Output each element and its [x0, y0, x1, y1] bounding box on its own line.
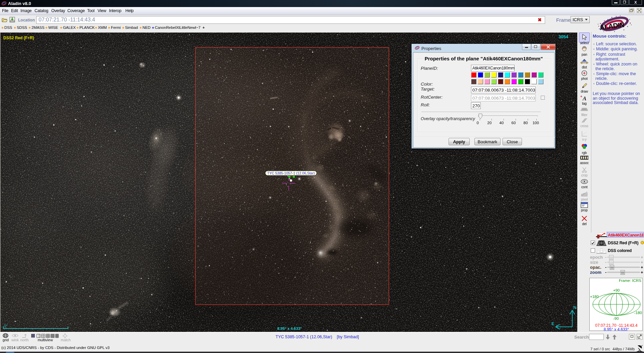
svg-text:+90: +90 — [613, 288, 620, 292]
svg-text:-180: -180 — [634, 311, 642, 315]
svg-text:DSS2 Red (F+R): DSS2 Red (F+R) — [3, 36, 34, 40]
svg-text:ALADIN: ALADIN — [599, 21, 625, 32]
svg-text:E: E — [551, 321, 554, 326]
svg-text:+180: +180 — [590, 295, 599, 299]
svg-text:8.95° x 4.633°: 8.95° x 4.633° — [277, 326, 302, 331]
svg-text:3054: 3054 — [559, 34, 569, 39]
svg-text:1°: 1° — [4, 324, 8, 328]
svg-text:A: A — [582, 95, 586, 101]
svg-text:N: N — [573, 305, 576, 310]
svg-text:TYC 5385-1057-1 (12.06,Star): TYC 5385-1057-1 (12.06,Star) — [267, 171, 315, 175]
svg-text:-90: -90 — [613, 316, 619, 320]
svg-text:+: + — [580, 95, 582, 98]
